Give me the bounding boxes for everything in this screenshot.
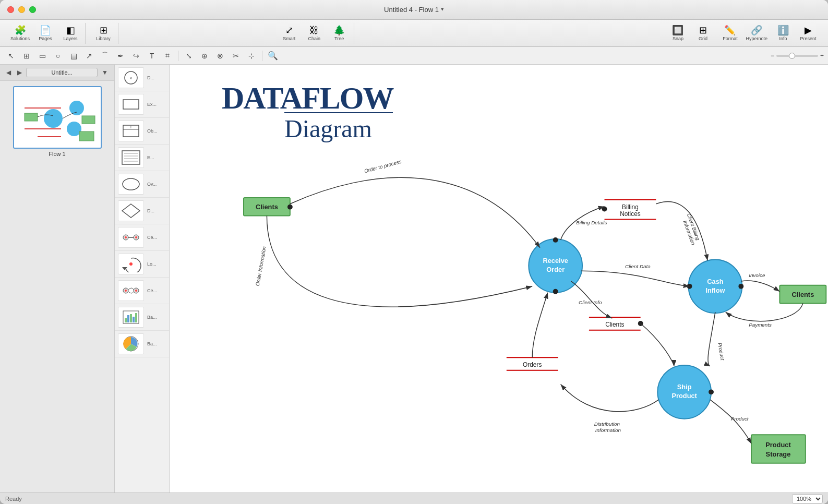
- pages-icon: 📄: [40, 26, 51, 35]
- node-tool[interactable]: ⊗: [213, 49, 227, 63]
- svg-rect-37: [133, 317, 135, 322]
- shape-preview-connector: [118, 227, 144, 248]
- shape-tool[interactable]: ⊹: [245, 49, 258, 63]
- solutions-icon: 🧩: [15, 26, 26, 35]
- shape-item-bar[interactable]: Ba...: [115, 304, 169, 331]
- svg-text:Storage: Storage: [766, 450, 791, 458]
- title-dropdown-icon[interactable]: ▾: [441, 6, 444, 14]
- shape-item-connector[interactable]: Ce...: [115, 224, 169, 251]
- zoom-select[interactable]: 100% 75% 150%: [792, 494, 823, 503]
- svg-point-72: [709, 389, 714, 394]
- smart-button[interactable]: ⤢ Smart: [278, 23, 301, 43]
- grid-tool[interactable]: ⊞: [20, 49, 33, 63]
- traffic-lights: [7, 6, 36, 13]
- app-window: Untitled 4 - Flow 1 ▾ 🧩 Solutions 📄 Page…: [0, 0, 828, 504]
- svg-text:Order: Order: [546, 266, 565, 273]
- shape-label-5: D...: [147, 208, 154, 213]
- status-ready: Ready: [5, 496, 22, 502]
- present-label: Present: [800, 36, 816, 41]
- rect-tool[interactable]: ▭: [35, 49, 49, 63]
- connect-tool[interactable]: ⊕: [198, 49, 211, 63]
- arrow-tool[interactable]: ↗: [82, 49, 96, 63]
- svg-rect-34: [125, 318, 127, 322]
- hypernote-button[interactable]: 🔗 Hypernote: [743, 23, 770, 43]
- info-button[interactable]: ℹ️ Info: [772, 23, 795, 43]
- solutions-label: Solutions: [10, 36, 30, 41]
- svg-text:Client Info: Client Info: [579, 299, 602, 305]
- titlebar: Untitled 4 - Flow 1 ▾: [0, 0, 828, 20]
- svg-text:Product: Product: [731, 416, 749, 422]
- zoom-out-btn[interactable]: 🔍: [266, 49, 280, 63]
- shape-preview-rect: [118, 94, 144, 115]
- svg-text:×: ×: [129, 76, 132, 81]
- shape-item-obj[interactable]: T Ob...: [115, 118, 169, 145]
- hypernote-icon: 🔗: [751, 26, 762, 35]
- svg-text:Product: Product: [765, 441, 791, 449]
- edit-tool[interactable]: ✂: [229, 49, 243, 63]
- info-icon: ℹ️: [777, 26, 789, 35]
- shape-item-entity[interactable]: E...: [115, 145, 169, 171]
- page-thumbnail[interactable]: Flow 1: [13, 86, 102, 157]
- chain-button[interactable]: ⛓ Chain: [303, 23, 326, 43]
- nav-back[interactable]: ◀: [4, 68, 13, 77]
- grid-button[interactable]: ⊞ Grid: [691, 23, 714, 43]
- snap-label: Snap: [673, 36, 683, 41]
- transform-tool[interactable]: ⤡: [182, 49, 196, 63]
- present-button[interactable]: ▶ Present: [797, 23, 820, 43]
- shape-item-rect[interactable]: Ex...: [115, 91, 169, 118]
- svg-text:Payments: Payments: [749, 322, 772, 328]
- svg-point-54: [529, 239, 582, 293]
- svg-text:Information: Information: [682, 220, 696, 246]
- circle-tool[interactable]: ○: [51, 49, 65, 63]
- shape-item-diamond[interactable]: D...: [115, 198, 169, 224]
- shape-item-bar2[interactable]: Ba...: [115, 331, 169, 357]
- library-label: Library: [96, 36, 111, 41]
- pages-button[interactable]: 📄 Pages: [34, 23, 57, 43]
- svg-text:Order to process: Order to process: [364, 159, 402, 174]
- nav-forward[interactable]: ▶: [15, 68, 24, 77]
- diagram-title: DATAFLOW Diagram: [222, 80, 393, 143]
- layers-button[interactable]: ◧ Layers: [59, 23, 82, 43]
- text-tool[interactable]: T: [145, 49, 159, 63]
- solutions-button[interactable]: 🧩 Solutions: [8, 23, 32, 43]
- zoom-thumb[interactable]: [789, 53, 795, 59]
- zoom-slider[interactable]: [776, 55, 818, 57]
- select-tool[interactable]: ↖: [4, 49, 18, 63]
- svg-text:Receive: Receive: [543, 257, 568, 265]
- library-button[interactable]: ⊞ Library: [92, 23, 115, 43]
- svg-rect-38: [135, 313, 137, 322]
- shape-item-connector2[interactable]: Ce...: [115, 278, 169, 304]
- format-button[interactable]: ✏️ Format: [718, 23, 741, 43]
- bend-tool[interactable]: ↪: [129, 49, 143, 63]
- shape-item-loop[interactable]: Lo...: [115, 251, 169, 278]
- tree-label: Tree: [334, 36, 344, 41]
- curve-tool[interactable]: ⌒: [98, 49, 112, 63]
- lasso-tool[interactable]: ⌗: [161, 49, 174, 63]
- main-toolbar: 🧩 Solutions 📄 Pages ◧ Layers ⊞ Library ⤢…: [0, 20, 828, 47]
- shape-label-7: Lo...: [147, 261, 157, 267]
- page-options[interactable]: ▼: [100, 68, 110, 77]
- snap-button[interactable]: 🔲 Snap: [666, 23, 689, 43]
- canvas-area[interactable]: DATAFLOW Diagram Clients: [170, 65, 828, 493]
- layers-icon: ◧: [66, 26, 75, 35]
- shape-item-circle[interactable]: × D...: [115, 65, 169, 91]
- svg-text:Ship: Ship: [677, 383, 692, 391]
- smart-icon: ⤢: [285, 26, 293, 35]
- present-icon: ▶: [805, 26, 812, 35]
- shape-preview-obj: T: [118, 121, 144, 141]
- svg-text:Product: Product: [717, 342, 726, 362]
- svg-text:Clients: Clients: [605, 321, 624, 328]
- shape-item-oval[interactable]: Ov...: [115, 171, 169, 198]
- main-area: ◀ ▶ Untitle... ▼: [0, 65, 828, 493]
- tree-button[interactable]: 🌲 Tree: [328, 23, 351, 43]
- svg-text:Order Information: Order Information: [255, 246, 267, 287]
- page-tab[interactable]: Untitle...: [26, 68, 98, 77]
- close-button[interactable]: [7, 6, 14, 13]
- pen-tool[interactable]: ✒: [114, 49, 127, 63]
- svg-text:Distribution: Distribution: [594, 421, 620, 427]
- table-tool[interactable]: ▤: [67, 49, 80, 63]
- minimize-button[interactable]: [18, 6, 25, 13]
- maximize-button[interactable]: [29, 6, 36, 13]
- svg-rect-11: [123, 100, 139, 109]
- pages-panel: ◀ ▶ Untitle... ▼: [0, 65, 115, 493]
